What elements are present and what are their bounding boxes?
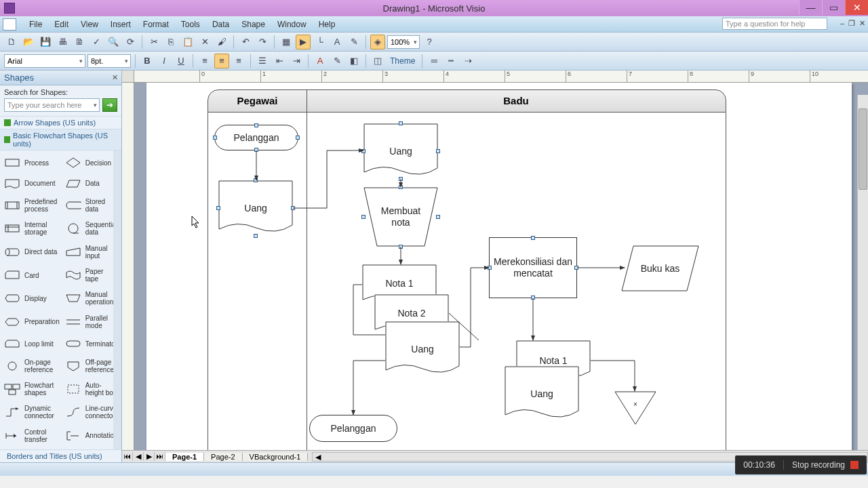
mdi-minimize[interactable]: – — [840, 19, 844, 28]
print-button[interactable]: 🖶 — [55, 35, 70, 49]
tab-page-1[interactable]: Page-1 — [165, 453, 204, 461]
redo-button[interactable]: ↷ — [255, 35, 270, 49]
shape-item-predefined-process[interactable]: Predefined process — [1, 195, 62, 216]
align-center-button[interactable]: ≡ — [214, 54, 229, 68]
shape-item-loop-limit[interactable]: Loop limit — [1, 334, 62, 353]
font-color-button[interactable]: A — [313, 54, 328, 68]
shape-uang-4[interactable]: Uang — [505, 366, 579, 422]
menu-view[interactable]: View — [75, 18, 104, 31]
menu-edit[interactable]: Edit — [48, 18, 75, 31]
paste-button[interactable]: 📋 — [180, 35, 195, 49]
line-weight-button[interactable]: ═ — [427, 54, 441, 68]
spellcheck-button[interactable]: ✓ — [89, 35, 104, 49]
line-color-button[interactable]: ✎ — [330, 54, 344, 68]
line-ends-button[interactable]: ⇢ — [460, 54, 475, 68]
shape-item-decision[interactable]: Decision — [62, 153, 121, 172]
shape-item-process[interactable]: Process — [1, 153, 62, 172]
fill-color-button[interactable]: ◧ — [347, 54, 361, 68]
shape-item-stored-data[interactable]: Stored data — [62, 195, 121, 216]
shape-membuat-nota[interactable]: Membuat nota — [363, 187, 438, 247]
shapes-window-button[interactable]: ▦ — [279, 35, 294, 49]
shape-item-auto-height-box[interactable]: Auto-height box — [62, 378, 121, 400]
menu-shape[interactable]: Shape — [235, 18, 271, 31]
menu-data[interactable]: Data — [206, 18, 235, 31]
mdi-close[interactable]: ✕ — [859, 19, 865, 28]
research-button[interactable]: 🔍 — [106, 35, 121, 49]
shape-item-document[interactable]: Document — [1, 174, 62, 192]
shape-pelanggan-1[interactable]: Pelanggan — [214, 125, 298, 150]
shape-item-on-page-reference[interactable]: On-page reference — [1, 354, 62, 376]
fontsize-combo[interactable]: 8pt. — [87, 54, 131, 68]
shape-buku-kas[interactable]: Buku kas — [621, 245, 699, 291]
shapes-scrollbar[interactable] — [113, 150, 121, 449]
shape-uang-3[interactable]: Uang — [385, 321, 460, 377]
shape-item-parallel-mode[interactable]: Parallel mode — [62, 311, 121, 333]
text-tool-button[interactable]: A — [330, 35, 344, 49]
line-pattern-button[interactable]: ┅ — [443, 54, 458, 68]
help-button[interactable]: ? — [422, 35, 437, 49]
tab-vbackground-1[interactable]: VBackground-1 — [243, 453, 309, 461]
close-button[interactable]: ✕ — [845, 0, 868, 15]
shape-item-data[interactable]: Data — [62, 174, 121, 192]
ink-tool-button[interactable]: ✎ — [347, 35, 361, 49]
tab-first[interactable]: ⏮ — [122, 452, 133, 461]
maximize-button[interactable]: ▭ — [822, 0, 845, 15]
font-combo[interactable]: Arial — [4, 54, 85, 68]
shape-item-preparation[interactable]: Preparation — [1, 311, 62, 333]
connector-tool-button[interactable]: └ — [313, 35, 328, 49]
theme-button[interactable]: ◫ — [370, 54, 385, 68]
shape-item-flowchart-shapes[interactable]: Flowchart shapes — [1, 378, 62, 400]
minimize-button[interactable]: — — [799, 0, 822, 15]
refresh-button[interactable]: ⟳ — [123, 35, 138, 49]
menu-window[interactable]: Window — [271, 18, 313, 31]
tab-page-2[interactable]: Page-2 — [204, 453, 242, 461]
shape-item-sequential-data[interactable]: Sequential data — [62, 218, 121, 239]
italic-button[interactable]: I — [157, 54, 172, 68]
shape-item-annotation[interactable]: Annotation — [62, 425, 121, 447]
indent-dec-button[interactable]: ⇤ — [272, 54, 287, 68]
drawing-canvas[interactable]: Pegawai Badu Pelanggan — [134, 83, 868, 450]
tab-next[interactable]: ▶ — [144, 452, 155, 461]
shape-item-dynamic-connector[interactable]: Dynamic connector — [1, 401, 62, 423]
mdi-restore[interactable]: ❐ — [848, 19, 855, 28]
bullets-button[interactable]: ☰ — [255, 54, 270, 68]
stencil-arrow-shapes[interactable]: Arrow Shapes (US units) — [0, 116, 121, 129]
menu-help[interactable]: Help — [313, 18, 342, 31]
align-right-button[interactable]: ≡ — [231, 54, 246, 68]
page[interactable]: Pegawai Badu Pelanggan — [146, 83, 852, 450]
format-painter-button[interactable]: 🖌 — [214, 35, 229, 49]
zoom-combo[interactable]: 100% — [387, 35, 420, 49]
undo-button[interactable]: ↶ — [238, 35, 253, 49]
stencil-basic-flowchart[interactable]: Basic Flowchart Shapes (US units) — [0, 129, 121, 150]
underline-button[interactable]: U — [174, 54, 189, 68]
shape-item-display[interactable]: Display — [1, 287, 62, 309]
pointer-tool-button[interactable]: ▶ — [296, 35, 311, 49]
copy-button[interactable]: ⎘ — [163, 35, 178, 49]
tab-prev[interactable]: ◀ — [133, 452, 144, 461]
theme-label[interactable]: Theme — [387, 56, 418, 66]
shape-search-go-button[interactable]: ➔ — [102, 98, 117, 112]
menu-format[interactable]: Format — [137, 18, 175, 31]
align-left-button[interactable]: ≡ — [197, 54, 212, 68]
indent-inc-button[interactable]: ⇥ — [289, 54, 304, 68]
shape-item-internal-storage[interactable]: Internal storage — [1, 218, 62, 239]
new-button[interactable]: 🗋 — [4, 35, 19, 49]
menu-file[interactable]: File — [23, 18, 48, 31]
stop-recording-button[interactable]: Stop recording — [784, 460, 867, 470]
shape-item-manual-operation[interactable]: Manual operation — [62, 287, 121, 309]
shape-merekonsiliasi[interactable]: Merekonsiliasi dan mencatat — [489, 237, 577, 298]
shape-item-card[interactable]: Card — [1, 264, 62, 286]
open-button[interactable]: 📂 — [21, 35, 36, 49]
shape-item-manual-input[interactable]: Manual input — [62, 241, 121, 263]
document-icon[interactable] — [3, 18, 16, 30]
print-preview-button[interactable]: 🗎 — [72, 35, 87, 49]
swimlane-header[interactable]: Pegawai Badu — [208, 89, 726, 113]
vertical-scrollbar[interactable] — [857, 95, 868, 450]
autoconnect-button[interactable]: ◈ — [370, 35, 385, 49]
shape-pelanggan-2[interactable]: Pelanggan — [309, 415, 397, 442]
menu-tools[interactable]: Tools — [175, 18, 206, 31]
shapes-close-icon[interactable]: ✕ — [112, 73, 118, 82]
save-button[interactable]: 💾 — [38, 35, 53, 49]
shape-offpage[interactable]: × — [614, 391, 656, 425]
shape-uang-2[interactable]: Uang — [363, 123, 438, 179]
